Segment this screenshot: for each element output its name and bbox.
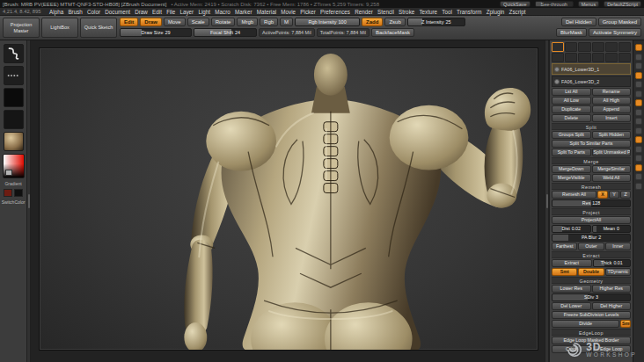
divide-smt-toggle[interactable]: Smt (620, 320, 631, 328)
project-all-button[interactable]: ProjectAll (552, 216, 631, 224)
edit-mode-button[interactable]: Edit (120, 18, 138, 26)
del-hidden-button[interactable]: Del Hidden (561, 18, 596, 26)
menu-edit[interactable]: Edit (150, 9, 164, 15)
duplicate-button[interactable]: Duplicate (552, 105, 591, 113)
dock-palette-icon[interactable] (635, 62, 642, 69)
dock-palette-icon[interactable] (635, 173, 642, 180)
zadd-toggle[interactable]: Zadd (362, 18, 383, 26)
default-zscript-button[interactable]: DefaultZScript (604, 1, 641, 7)
dock-palette-icon[interactable] (635, 72, 642, 79)
subtool-item[interactable]: FA06_Lower3D_2 (552, 76, 631, 87)
current-brush-thumbnail[interactable] (4, 44, 24, 63)
extract-thick-slider[interactable]: Thick0.01 (593, 259, 632, 267)
dock-palette-icon[interactable] (635, 99, 642, 106)
draw-mode-button[interactable]: Draw (140, 18, 162, 26)
insert-button[interactable]: Insert (592, 114, 632, 122)
dock-palette-icon[interactable] (635, 44, 642, 51)
project-section-header[interactable]: Project (552, 208, 631, 215)
subtool-item[interactable]: FA06_Lower3D_1 (552, 63, 631, 75)
all-high-button[interactable]: All High (592, 97, 632, 105)
remesh-section-header[interactable]: Remesh (552, 183, 631, 190)
tool-slot-icon[interactable] (578, 53, 590, 62)
menu-texture[interactable]: Texture (417, 9, 440, 15)
outer-toggle[interactable]: Outer (578, 243, 604, 250)
symmetry-z-toggle[interactable]: Z (620, 191, 631, 199)
list-all-button[interactable]: Lst All (552, 88, 591, 96)
menus-toggle-button[interactable]: Menus (578, 1, 600, 7)
visibility-eye-icon[interactable] (554, 79, 560, 84)
menu-brush[interactable]: Brush (66, 9, 85, 15)
rgb-intensity-slider[interactable]: Rgb Intensity100 (295, 18, 360, 26)
extract-section-header[interactable]: Extract (552, 251, 631, 258)
draw-size-slider[interactable]: Draw Size29 (120, 28, 192, 37)
group-masked-button[interactable]: Group Masked (598, 18, 641, 26)
see-through-slider[interactable]: See-through (535, 1, 574, 7)
alpha-thumbnail[interactable] (4, 88, 24, 107)
zsub-toggle[interactable]: Zsub (384, 18, 405, 26)
del-lower-button[interactable]: Del Lower (552, 302, 591, 310)
tool-slot-icon[interactable] (618, 53, 631, 62)
dock-palette-icon[interactable] (635, 146, 642, 153)
remesh-res-slider[interactable]: Res128 (552, 199, 631, 207)
split-hidden-button[interactable]: Split Hidden (592, 131, 632, 139)
merge-visible-button[interactable]: MergeVisible (552, 174, 591, 182)
pa-blur-slider[interactable]: PA Blur2 (552, 234, 631, 242)
menu-draw[interactable]: Draw (133, 9, 150, 15)
extract-tdynamic-toggle[interactable]: TDynamic (605, 268, 631, 276)
menu-file[interactable]: File (165, 9, 178, 15)
groups-split-button[interactable]: Groups Split (552, 131, 591, 139)
merge-section-header[interactable]: Merge (552, 157, 631, 164)
tool-slot-icon[interactable] (618, 42, 631, 52)
projection-master-button[interactable]: Projection Master (3, 18, 40, 38)
dock-palette-icon[interactable] (635, 136, 642, 143)
remesh-all-button[interactable]: Remesh All (552, 191, 596, 199)
tool-slot-icon[interactable] (605, 42, 618, 52)
tool-slot-icon[interactable] (565, 42, 577, 52)
tool-slot-icon[interactable] (592, 53, 604, 62)
split-unmasked-button[interactable]: Split Unmasked Points (592, 148, 632, 156)
dock-palette-icon[interactable] (635, 109, 642, 116)
weld-button[interactable]: Weld All (592, 174, 632, 182)
edgeloop-section-header[interactable]: EdgeLoop (552, 329, 631, 336)
extract-double-toggle[interactable]: Double (578, 268, 604, 276)
merge-similar-button[interactable]: MergeSimilar (592, 165, 632, 173)
activate-symmetry-button[interactable]: Activate Symmetry (589, 28, 641, 37)
menu-macro[interactable]: Macro (213, 9, 233, 15)
menu-alpha[interactable]: Alpha (48, 9, 66, 15)
blur-mask-button[interactable]: BlurMask (556, 28, 587, 37)
scale-mode-button[interactable]: Scale (187, 18, 209, 26)
dock-palette-icon[interactable] (635, 183, 642, 190)
menu-picker[interactable]: Picker (298, 9, 318, 15)
merge-down-button[interactable]: MergeDown (552, 165, 591, 173)
lower-res-button[interactable]: Lower Res (552, 285, 591, 293)
dock-palette-icon[interactable] (635, 54, 642, 61)
menu-document[interactable]: Document (103, 9, 133, 15)
append-button[interactable]: Append (592, 105, 632, 113)
del-higher-button[interactable]: Del Higher (592, 302, 632, 310)
divide-button[interactable]: Divide (552, 320, 619, 328)
tool-slot-icon[interactable] (592, 42, 604, 52)
menu-color[interactable]: Color (84, 9, 102, 15)
texture-thumbnail[interactable] (4, 110, 24, 129)
backface-mask-button[interactable]: BackfaceMask (371, 28, 414, 37)
menu-light[interactable]: Light (196, 9, 213, 15)
focal-shift-slider[interactable]: Focal Shift24 (194, 28, 257, 37)
visibility-eye-icon[interactable] (554, 67, 560, 72)
geometry-section-header[interactable]: Geometry (552, 277, 631, 284)
menu-marker[interactable]: Marker (232, 9, 254, 15)
dock-palette-icon[interactable] (635, 118, 642, 125)
split-section-header[interactable]: Split (552, 123, 631, 130)
delete-button[interactable]: Delete (552, 114, 591, 122)
quicksave-button[interactable]: QuickSave (500, 1, 531, 7)
mrgb-toggle[interactable]: Mrgb (237, 18, 258, 26)
menu-layer[interactable]: Layer (178, 9, 196, 15)
split-to-similar-button[interactable]: Split To Similar Parts (552, 140, 631, 148)
switch-color-label[interactable]: SwitchColor (2, 199, 26, 205)
quick-sketch-button[interactable]: Quick Sketch (80, 18, 117, 38)
main-color-swatch[interactable] (4, 189, 12, 197)
tool-slot-icon[interactable] (578, 42, 590, 52)
inner-toggle[interactable]: Inner (605, 243, 631, 250)
color-picker[interactable] (3, 154, 25, 178)
dock-palette-icon[interactable] (635, 127, 642, 134)
m-toggle[interactable]: M (280, 18, 293, 26)
